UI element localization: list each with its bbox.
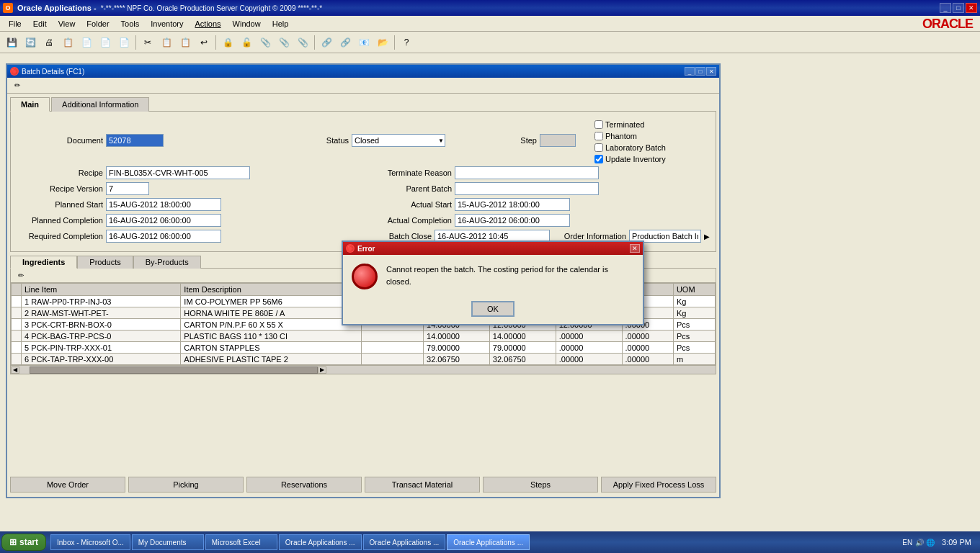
parent-batch-input[interactable] (455, 182, 599, 195)
picking-button[interactable]: Picking (128, 477, 244, 493)
toolbar-btn-7[interactable]: 🔒 (219, 35, 236, 50)
taskbar-item-1[interactable]: My Documents (132, 534, 204, 550)
toolbar-save-btn[interactable]: 💾 (3, 35, 20, 50)
status-select[interactable]: Closed (352, 134, 445, 147)
laboratory-batch-checkbox[interactable] (594, 143, 603, 152)
close-button[interactable]: ✕ (966, 3, 977, 13)
toolbar-btn-6[interactable]: 📄 (115, 35, 133, 50)
phantom-checkbox[interactable] (594, 132, 603, 140)
toolbar-copy-btn[interactable]: 📋 (158, 35, 175, 50)
toolbar-btn-10[interactable]: 📎 (275, 35, 293, 50)
table-row[interactable]: 6 PCK-TAP-TRP-XXX-00 ADHESIVE PLASTIC TA… (12, 354, 716, 365)
maximize-button[interactable]: □ (953, 3, 964, 13)
step-input[interactable] (540, 134, 576, 147)
toolbar-btn-11[interactable]: 📎 (294, 35, 311, 50)
move-order-button[interactable]: Move Order (10, 477, 125, 493)
sub-tab-ingredients[interactable]: Ingredients (10, 256, 77, 269)
main-toolbar: 💾 🔄 🖨 📋 📄 📄 📄 ✂ 📋 📋 ↩ 🔒 🔓 📎 📎 📎 🔗 🔗 📧 📂 … (0, 32, 980, 53)
toolbar-btn-9[interactable]: 📎 (257, 35, 274, 50)
cell-uom: m (673, 354, 715, 365)
toolbar-btn-13[interactable]: 🔗 (337, 35, 354, 50)
scroll-thumb[interactable] (30, 367, 318, 374)
inner-minimize-btn[interactable]: _ (685, 67, 695, 76)
menu-view[interactable]: View (53, 18, 81, 30)
toolbar-btn-14[interactable]: 📧 (355, 35, 373, 50)
taskbar-item-2[interactable]: Microsoft Excel (205, 534, 277, 550)
toolbar-btn-5[interactable]: 📄 (97, 35, 114, 50)
error-titlebar: ⭕ Error ✕ (343, 242, 643, 255)
update-inventory-checkbox[interactable] (594, 155, 603, 163)
cell-qty4: .00000 (622, 331, 673, 342)
taskbar-item-0[interactable]: Inbox - Microsoft O... (50, 534, 130, 550)
planned-start-input[interactable] (106, 198, 221, 211)
table-toolbar-btn[interactable]: ✏ (14, 269, 28, 282)
toolbar-cut-btn[interactable]: ✂ (139, 35, 156, 50)
recipe-version-label: Recipe Version (17, 184, 103, 193)
toolbar-paste-btn[interactable]: 📋 (177, 35, 194, 50)
reservations-button[interactable]: Reservations (246, 477, 362, 493)
taskbar-item-4[interactable]: Oracle Applications ... (363, 534, 446, 550)
cell-description: IM CO-POLYMER PP 56M6 (181, 296, 362, 307)
menu-edit[interactable]: Edit (27, 18, 53, 30)
transact-material-button[interactable]: Transact Material (365, 477, 480, 493)
toolbar-undo-btn[interactable]: ↩ (195, 35, 213, 50)
steps-button[interactable]: Steps (483, 477, 598, 493)
apply-fixed-button[interactable]: Apply Fixed Process Loss (601, 477, 716, 493)
terminate-reason-input[interactable] (455, 166, 599, 179)
toolbar-btn-3[interactable]: 📋 (59, 35, 76, 50)
minimize-button[interactable]: _ (940, 3, 951, 13)
required-completion-input[interactable] (106, 230, 221, 243)
menu-inventory[interactable]: Inventory (145, 18, 189, 30)
sub-tab-products[interactable]: Products (77, 256, 133, 269)
form-area: Document Status Closed ▼ Step (10, 111, 716, 252)
cell-description: ADHESIVE PLASTIC TAPE 2 (181, 354, 362, 365)
status-label: Status (262, 136, 349, 145)
error-ok-button[interactable]: OK (471, 301, 514, 317)
terminated-checkbox-label[interactable]: Terminated (594, 120, 710, 129)
toolbar-refresh-btn[interactable]: 🔄 (22, 35, 39, 50)
toolbar-btn-15[interactable]: 📂 (374, 35, 391, 50)
inner-close-btn[interactable]: ✕ (706, 67, 716, 76)
laboratory-batch-checkbox-label[interactable]: Laboratory Batch (594, 143, 710, 152)
toolbar-btn-4[interactable]: 📄 (78, 35, 95, 50)
menu-window[interactable]: Window (227, 18, 267, 30)
error-close-btn[interactable]: ✕ (630, 244, 640, 253)
horizontal-scrollbar[interactable]: ◀ ▶ (11, 365, 716, 374)
recipe-input[interactable] (106, 166, 250, 179)
toolbar-btn-8[interactable]: 🔓 (238, 35, 255, 50)
app-subtitle: *-**-**** NPF Co. Oracle Production Serv… (101, 4, 323, 12)
inner-toolbar-btn-1[interactable]: ✏ (10, 79, 24, 92)
phantom-label: Phantom (605, 132, 637, 140)
error-body: Cannot reopen the batch. The costing per… (343, 255, 643, 298)
taskbar-item-5[interactable]: Oracle Applications ... (447, 534, 530, 550)
menu-folder[interactable]: Folder (81, 18, 115, 30)
menu-file[interactable]: File (3, 18, 27, 30)
document-input[interactable] (106, 134, 164, 147)
recipe-version-input[interactable] (106, 182, 149, 195)
col-marker (12, 284, 22, 296)
menu-actions[interactable]: Actions (189, 18, 226, 30)
scroll-left-btn[interactable]: ◀ (11, 367, 19, 374)
toolbar-help-btn[interactable]: ? (398, 35, 415, 50)
toolbar-print-btn[interactable]: 🖨 (40, 35, 58, 50)
actual-start-input[interactable] (455, 198, 570, 211)
inner-maximize-btn[interactable]: □ (695, 67, 705, 76)
update-inventory-checkbox-label[interactable]: Update Inventory (594, 155, 710, 163)
toolbar-btn-12[interactable]: 🔗 (318, 35, 335, 50)
table-row[interactable]: 5 PCK-PIN-TRP-XXX-01 CARTON STAPPLES 79.… (12, 342, 716, 354)
start-button[interactable]: ⊞ start (1, 534, 46, 551)
tab-additional[interactable]: Additional Information (51, 97, 149, 112)
table-row[interactable]: 4 PCK-BAG-TRP-PCS-0 PLASTIC BAGS 110 * 1… (12, 331, 716, 342)
laboratory-batch-label: Laboratory Batch (605, 143, 666, 152)
scroll-right-btn[interactable]: ▶ (318, 367, 326, 374)
tab-main[interactable]: Main (10, 97, 50, 112)
cell-qty2: 32.06750 (489, 354, 556, 365)
terminated-checkbox[interactable] (594, 120, 603, 129)
menu-help[interactable]: Help (267, 18, 295, 30)
taskbar-item-3[interactable]: Oracle Applications ... (279, 534, 362, 550)
actual-completion-input[interactable] (455, 214, 570, 227)
planned-completion-input[interactable] (106, 214, 221, 227)
menu-tools[interactable]: Tools (115, 18, 146, 30)
phantom-checkbox-label[interactable]: Phantom (594, 132, 710, 140)
sub-tab-by-products[interactable]: By-Products (133, 256, 201, 269)
